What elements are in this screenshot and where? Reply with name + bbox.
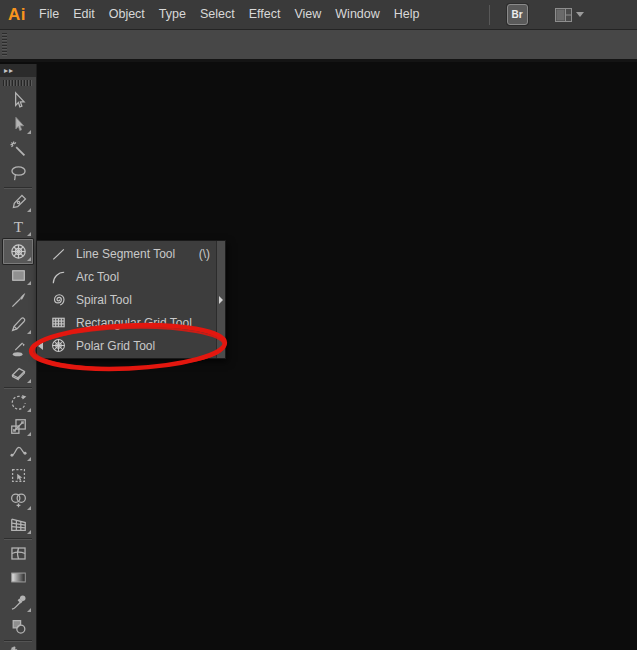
menu-object[interactable]: Object — [102, 0, 152, 29]
illustrator-window: Ai File Edit Object Type Select Effect V… — [0, 0, 637, 650]
flyout-corner-indicator — [27, 130, 31, 134]
toolbar-separator — [4, 640, 32, 642]
width-icon — [9, 442, 28, 461]
shape-builder-icon — [9, 491, 28, 510]
tool-pen[interactable] — [3, 190, 33, 215]
tool-symbol-sprayer[interactable] — [3, 643, 33, 650]
options-bar-grip[interactable] — [2, 33, 7, 56]
tool-polar-grid[interactable] — [3, 239, 33, 264]
paintbrush-icon — [9, 291, 28, 310]
flyout-tearoff-strip[interactable] — [216, 241, 225, 358]
workspace-switcher-button[interactable] — [555, 8, 584, 22]
menu-item-label: Polar Grid Tool — [76, 339, 155, 353]
rectangular-grid-icon — [50, 314, 67, 331]
menu-item-rectangular-grid-tool[interactable]: Rectangular Grid Tool — [37, 311, 216, 334]
tool-type[interactable]: T — [3, 215, 33, 240]
options-bar — [0, 30, 637, 62]
rectangle-icon — [9, 266, 28, 285]
tool-eyedropper[interactable] — [3, 590, 33, 615]
pencil-icon — [9, 315, 28, 334]
menu-bar: Ai File Edit Object Type Select Effect V… — [0, 0, 637, 30]
symbol-sprayer-icon — [9, 646, 28, 650]
menu-item-shortcut: (\) — [191, 247, 210, 261]
toolbar-separator — [4, 387, 32, 389]
magic-wand-icon — [9, 140, 28, 159]
flyout-corner-indicator — [27, 208, 31, 212]
tool-eraser[interactable] — [3, 362, 33, 387]
tool-width[interactable] — [3, 439, 33, 464]
direct-selection-icon — [9, 115, 28, 134]
menu-item-spiral-tool[interactable]: Spiral Tool — [37, 289, 216, 312]
blob-brush-icon — [9, 340, 28, 359]
polar-grid-icon — [9, 242, 28, 261]
tool-paintbrush[interactable] — [3, 288, 33, 313]
menu-item-label: Line Segment Tool — [76, 247, 175, 261]
gradient-icon — [9, 568, 28, 587]
tool-free-transform[interactable] — [3, 464, 33, 489]
pen-icon — [9, 193, 28, 212]
tool-gradient[interactable] — [3, 566, 33, 591]
menu-item-arc-tool[interactable]: Arc Tool — [37, 266, 216, 289]
free-transform-icon — [9, 466, 28, 485]
tool-blend[interactable] — [3, 615, 33, 640]
flyout-corner-indicator — [27, 432, 31, 436]
tool-selection[interactable] — [3, 88, 33, 113]
menu-help[interactable]: Help — [387, 0, 427, 29]
flyout-corner-indicator — [27, 257, 31, 261]
tool-scale[interactable] — [3, 415, 33, 440]
menu-item-label: Spiral Tool — [76, 293, 132, 307]
menu-item-polar-grid-tool[interactable]: Polar Grid Tool — [37, 334, 216, 357]
selection-icon — [9, 91, 28, 110]
arc-icon — [50, 269, 67, 286]
tool-lasso[interactable] — [3, 162, 33, 187]
selected-tool-marker-icon — [38, 342, 43, 350]
tool-mesh[interactable] — [3, 541, 33, 566]
eyedropper-icon — [9, 593, 28, 612]
lasso-icon — [9, 164, 28, 183]
tool-perspective-grid[interactable] — [3, 513, 33, 538]
bridge-button[interactable]: Br — [507, 4, 528, 25]
flyout-menu-body: Line Segment Tool(\)Arc ToolSpiral ToolR… — [37, 241, 216, 358]
menu-file[interactable]: File — [32, 0, 66, 29]
svg-text:T: T — [13, 218, 23, 235]
flyout-corner-indicator — [27, 608, 31, 612]
workspace-layout-icon — [555, 8, 572, 22]
mesh-icon — [9, 544, 28, 563]
eraser-icon — [9, 364, 28, 383]
toolbar-tools: T — [0, 88, 36, 650]
tool-pencil[interactable] — [3, 313, 33, 338]
flyout-corner-indicator — [27, 457, 31, 461]
chevron-down-icon — [576, 12, 584, 17]
tool-rotate[interactable] — [3, 390, 33, 415]
flyout-corner-indicator — [27, 506, 31, 510]
menu-item-line-segment-tool[interactable]: Line Segment Tool(\) — [37, 243, 216, 266]
perspective-grid-icon — [9, 515, 28, 534]
menu-select[interactable]: Select — [193, 0, 242, 29]
flyout-corner-indicator — [27, 232, 31, 236]
flyout-corner-indicator — [27, 379, 31, 383]
menu-edit[interactable]: Edit — [66, 0, 102, 29]
line-tool-flyout-menu: Line Segment Tool(\)Arc ToolSpiral ToolR… — [36, 240, 226, 359]
flyout-corner-indicator — [27, 530, 31, 534]
menu-item-label: Rectangular Grid Tool — [76, 316, 192, 330]
menu-window[interactable]: Window — [328, 0, 386, 29]
flyout-corner-indicator — [27, 408, 31, 412]
blend-icon — [9, 617, 28, 636]
tool-blob-brush[interactable] — [3, 337, 33, 362]
line-segment-icon — [50, 246, 67, 263]
tool-magic-wand[interactable] — [3, 137, 33, 162]
toolbar-separator — [4, 187, 32, 189]
tool-shape-builder[interactable] — [3, 488, 33, 513]
tool-direct-selection[interactable] — [3, 113, 33, 138]
panel-drag-grip[interactable] — [0, 77, 36, 88]
panel-collapse-button[interactable]: ▸▸ — [0, 64, 36, 77]
menu-type[interactable]: Type — [152, 0, 193, 29]
app-logo-icon: Ai — [8, 5, 26, 25]
menu-item-label: Arc Tool — [76, 270, 119, 284]
toolbar-separator — [4, 538, 32, 540]
menu-view[interactable]: View — [287, 0, 328, 29]
menubar-divider — [489, 5, 490, 25]
menu-effect[interactable]: Effect — [242, 0, 288, 29]
workspace: ▸▸ T Line Segment Tool(\)Arc ToolSpiral … — [0, 62, 637, 650]
tool-rectangle[interactable] — [3, 264, 33, 289]
